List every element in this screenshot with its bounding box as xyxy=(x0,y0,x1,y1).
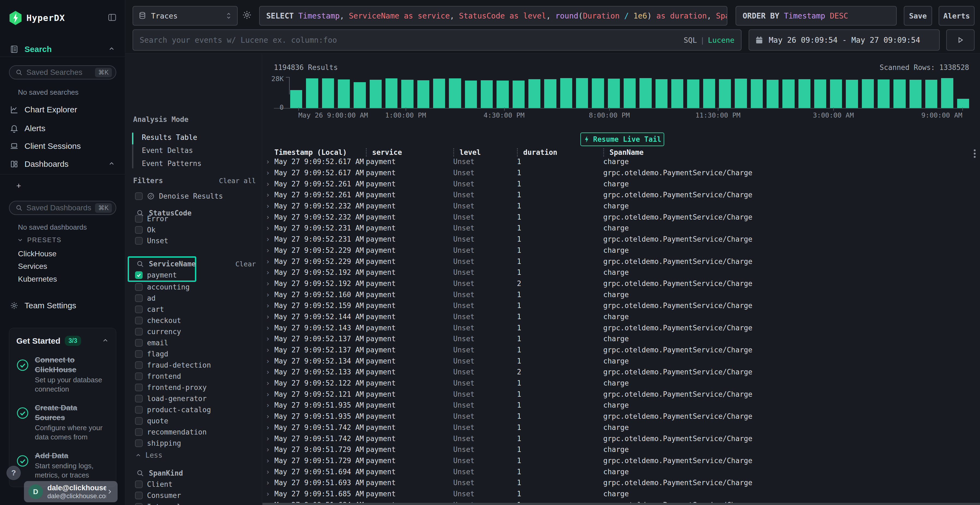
checkbox-unchecked[interactable] xyxy=(135,406,143,414)
table-row[interactable]: ›May 27 9:09:52.231 AMpaymentUnset1charg… xyxy=(266,222,980,234)
histogram-bar[interactable] xyxy=(687,79,699,108)
table-row[interactable]: ›May 27 9:09:52.229 AMpaymentUnset1charg… xyxy=(266,245,980,256)
row-expand-chevron-icon[interactable]: › xyxy=(266,435,274,443)
spankind-group-header[interactable]: SpanKind xyxy=(126,468,262,479)
lucene-search-input[interactable]: Search your events w/ Lucene ex. column:… xyxy=(132,29,741,51)
histogram-bar[interactable] xyxy=(544,79,556,108)
table-row[interactable]: ›May 27 9:09:51.694 AMpaymentUnset1charg… xyxy=(266,466,980,477)
run-query-button[interactable] xyxy=(946,29,975,51)
histogram-bar[interactable] xyxy=(592,78,604,108)
clear-all-link[interactable]: Clear all xyxy=(219,175,256,186)
row-expand-chevron-icon[interactable]: › xyxy=(266,479,274,487)
chevron-up-icon[interactable] xyxy=(108,160,115,168)
table-row[interactable]: ›May 27 9:09:51.935 AMpaymentUnset1charg… xyxy=(266,400,980,411)
checkbox-unchecked[interactable] xyxy=(135,294,143,302)
histogram-bar[interactable] xyxy=(655,79,668,108)
filter-option[interactable]: Error xyxy=(126,213,262,224)
save-button[interactable]: Save xyxy=(904,6,932,25)
table-row[interactable]: ›May 27 9:09:52.261 AMpaymentUnset1grpc.… xyxy=(266,189,980,200)
table-row[interactable]: ›May 27 9:09:52.231 AMpaymentUnset1grpc.… xyxy=(266,234,980,245)
row-expand-chevron-icon[interactable]: › xyxy=(266,468,274,476)
filter-option[interactable]: product-catalog xyxy=(126,404,262,415)
checkbox-unchecked[interactable] xyxy=(135,395,143,402)
preset-clickhouse[interactable]: ClickHouse xyxy=(18,249,57,258)
preset-services[interactable]: Services xyxy=(18,262,47,271)
checkbox-unchecked[interactable] xyxy=(135,328,143,335)
filter-option[interactable]: cart xyxy=(126,304,262,315)
table-row[interactable]: ›May 27 9:09:52.133 AMpaymentUnset2grpc.… xyxy=(266,367,980,378)
filter-option[interactable]: Client xyxy=(126,479,262,490)
histogram-bar[interactable] xyxy=(814,79,826,108)
checkbox-unchecked[interactable] xyxy=(135,283,143,291)
table-row[interactable]: ›May 27 9:09:52.121 AMpaymentUnset1grpc.… xyxy=(266,389,980,400)
row-expand-chevron-icon[interactable]: › xyxy=(266,412,274,420)
row-expand-chevron-icon[interactable]: › xyxy=(266,501,274,503)
histogram-bar[interactable] xyxy=(751,79,763,108)
presets-toggle[interactable]: PRESETS xyxy=(17,236,62,244)
checkbox-unchecked[interactable] xyxy=(135,361,143,369)
row-expand-chevron-icon[interactable]: › xyxy=(266,401,274,409)
sql-toggle[interactable]: SQL xyxy=(684,36,697,44)
table-row[interactable]: ›May 27 9:09:52.134 AMpaymentUnset1charg… xyxy=(266,355,980,367)
histogram-bar[interactable] xyxy=(925,80,937,108)
histogram-bar[interactable] xyxy=(640,78,651,108)
row-expand-chevron-icon[interactable]: › xyxy=(266,346,274,354)
table-row[interactable]: ›May 27 9:09:52.229 AMpaymentUnset1grpc.… xyxy=(266,256,980,267)
table-row[interactable]: ›May 27 9:09:51.693 AMpaymentUnset1grpc.… xyxy=(266,477,980,488)
chevron-up-icon[interactable] xyxy=(108,45,115,53)
histogram-bar[interactable] xyxy=(306,78,318,108)
analysis-mode-results-table[interactable]: Results Table xyxy=(132,131,259,144)
checkbox-unchecked[interactable] xyxy=(135,306,143,313)
filter-option[interactable]: flagd xyxy=(126,348,262,359)
query-language-toggle[interactable]: SQL|Lucene xyxy=(684,36,735,44)
saved-dashboards-input[interactable]: Saved Dashboards ⌘K xyxy=(9,201,116,215)
checkbox-unchecked[interactable] xyxy=(135,417,143,425)
filter-option[interactable]: recommendation xyxy=(126,426,262,438)
table-row[interactable]: ›May 27 9:09:51.729 AMpaymentUnset1charg… xyxy=(266,444,980,455)
get-started-item[interactable]: Add Data Start sending logs, metrics, or… xyxy=(16,451,109,480)
checkbox-unchecked[interactable] xyxy=(135,492,143,499)
row-expand-chevron-icon[interactable]: › xyxy=(266,246,274,254)
sidebar-item-alerts[interactable]: Alerts xyxy=(0,122,125,135)
row-expand-chevron-icon[interactable]: › xyxy=(266,268,274,276)
row-expand-chevron-icon[interactable]: › xyxy=(266,180,274,188)
histogram-bar[interactable] xyxy=(846,80,858,108)
filter-option[interactable]: fraud-detection xyxy=(126,359,262,371)
denoise-row[interactable]: Denoise Results xyxy=(126,191,262,202)
checkbox-unchecked[interactable] xyxy=(135,339,143,347)
clear-link[interactable]: Clear xyxy=(235,259,256,269)
saved-searches-input[interactable]: Saved Searches ⌘K xyxy=(9,65,116,79)
filter-option[interactable]: checkout xyxy=(126,315,262,326)
histogram-bar[interactable] xyxy=(878,79,889,108)
collapse-sidebar-icon[interactable] xyxy=(108,13,117,23)
checkbox-unchecked[interactable] xyxy=(135,481,143,488)
get-started-item[interactable]: Create Data Sources Configure where your… xyxy=(16,403,109,441)
row-expand-chevron-icon[interactable]: › xyxy=(266,390,274,399)
sidebar-item-client-sessions[interactable]: Client Sessions xyxy=(0,140,125,152)
filter-option[interactable]: Internal xyxy=(126,501,262,505)
histogram-bar[interactable] xyxy=(417,80,429,108)
histogram-bar[interactable] xyxy=(624,78,636,108)
histogram-bar[interactable] xyxy=(719,79,731,108)
column-header-level[interactable]: level xyxy=(453,148,517,156)
table-row[interactable]: ›May 27 9:09:52.232 AMpaymentUnset1grpc.… xyxy=(266,211,980,222)
table-row[interactable]: ›May 27 9:09:51.729 AMpaymentUnset1grpc.… xyxy=(266,455,980,466)
histogram-bar[interactable] xyxy=(401,80,413,108)
histogram-bar[interactable] xyxy=(735,79,747,108)
row-expand-chevron-icon[interactable]: › xyxy=(266,368,274,376)
row-expand-chevron-icon[interactable]: › xyxy=(266,313,274,321)
checkbox-unchecked[interactable] xyxy=(135,428,143,436)
get-started-item[interactable]: Connect to ClickHouse Set up your databa… xyxy=(16,355,109,394)
histogram-bar[interactable] xyxy=(703,79,715,108)
order-by-input[interactable]: ORDER BY Timestamp DESC xyxy=(735,6,897,25)
histogram-bar[interactable] xyxy=(385,78,398,108)
filter-option[interactable]: frontend-proxy xyxy=(126,382,262,393)
table-row[interactable]: ›May 27 9:09:51.742 AMpaymentUnset1grpc.… xyxy=(266,433,980,444)
user-menu[interactable]: D dale@clickhouse.com dale@clickhouse.co… xyxy=(24,481,118,502)
horizontal-scrollbar[interactable] xyxy=(262,503,980,505)
histogram-bar[interactable] xyxy=(783,79,794,108)
histogram-bar[interactable] xyxy=(941,78,953,108)
create-dashboard-button[interactable]: + xyxy=(0,179,125,192)
table-row[interactable]: ›May 27 9:09:52.159 AMpaymentUnset1grpc.… xyxy=(266,300,980,311)
filter-option[interactable]: Consumer xyxy=(126,490,262,502)
